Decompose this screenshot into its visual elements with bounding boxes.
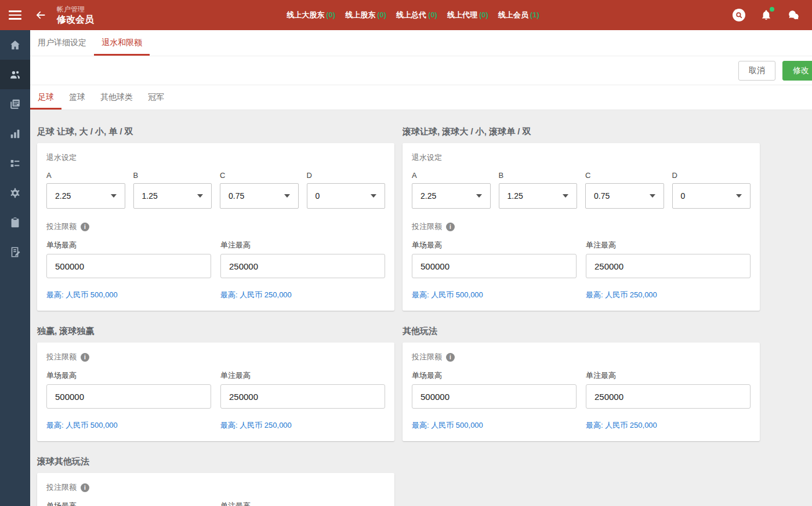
max-per-match-field: 单场最高 最高: 人民币 500,000 xyxy=(46,370,211,431)
bar-chart-icon xyxy=(9,128,21,140)
account-level-nav: 线上大股东(0) 线上股东(0) 线上总代(0) 线上代理(0) 线上会员(1) xyxy=(94,10,732,20)
max-per-bet-input[interactable] xyxy=(586,384,751,409)
section-title: 足球 让球, 大 / 小, 单 / 双 xyxy=(37,126,394,137)
sidebar xyxy=(0,30,30,506)
title-block: 帐户管理 修改会员 xyxy=(57,5,94,26)
sidebar-item-accounts[interactable] xyxy=(0,60,30,89)
nav-online-agent[interactable]: 线上代理(0) xyxy=(447,10,488,20)
tab-user-details[interactable]: 用户详细设定 xyxy=(30,30,94,56)
workspace: 用户详细设定 退水和限额 取消 修改 足球 篮球 其他球类 冠军 足球 让球, … xyxy=(30,30,812,506)
nav-online-master-agent[interactable]: 线上总代(0) xyxy=(396,10,437,20)
info-icon[interactable]: i xyxy=(81,483,89,492)
count-badge: (0) xyxy=(479,10,488,19)
ballot-icon xyxy=(9,157,21,170)
sidebar-item-contracts[interactable] xyxy=(0,237,30,267)
rebate-c-select[interactable]: 0.75 xyxy=(220,183,299,209)
sidebar-item-lists[interactable] xyxy=(0,148,30,178)
app-window: 帐户管理 修改会员 线上大股东(0) 线上股东(0) 线上总代(0) 线上代理(… xyxy=(0,0,812,506)
max-per-match-input[interactable] xyxy=(46,384,211,409)
tab-rebate-limits[interactable]: 退水和限额 xyxy=(94,30,150,56)
nav-online-member[interactable]: 线上会员(1) xyxy=(498,10,539,20)
bet-limit-label: 投注限额 xyxy=(412,221,442,232)
rebate-d-select[interactable]: 0 xyxy=(307,183,386,209)
right-column: 滚球让球, 滚球大 / 小, 滚球单 / 双 退水设定 A 2.25 B xyxy=(403,126,760,441)
info-icon[interactable]: i xyxy=(446,223,455,231)
chevron-down-icon xyxy=(111,194,117,198)
max-per-match-input[interactable] xyxy=(46,254,211,278)
rebate-field-a: A 2.25 xyxy=(412,171,491,209)
users-icon xyxy=(9,68,21,81)
sidebar-item-settings[interactable] xyxy=(0,178,30,208)
rebate-b-select[interactable]: 1.25 xyxy=(499,183,578,209)
chevron-down-icon xyxy=(736,194,742,198)
cancel-button[interactable]: 取消 xyxy=(738,61,775,81)
header-actions xyxy=(732,8,800,22)
tab-champion[interactable]: 冠军 xyxy=(140,85,172,110)
section-title: 滚球让球, 滚球大 / 小, 滚球单 / 双 xyxy=(403,126,760,137)
section-title: 其他玩法 xyxy=(403,326,760,337)
rebate-b-select[interactable]: 1.25 xyxy=(133,183,212,209)
info-icon[interactable]: i xyxy=(81,223,89,231)
main-tabs: 用户详细设定 退水和限额 xyxy=(30,30,812,56)
limit-note: 最高: 人民币 250,000 xyxy=(220,290,385,300)
chat-icon xyxy=(787,9,800,21)
sidebar-item-reports[interactable] xyxy=(0,89,30,119)
messages-button[interactable] xyxy=(786,8,800,22)
max-per-bet-input[interactable] xyxy=(220,254,385,278)
limit-note: 最高: 人民币 500,000 xyxy=(412,290,577,300)
rebate-c-select[interactable]: 0.75 xyxy=(585,183,664,209)
rebate-d-select[interactable]: 0 xyxy=(672,183,751,209)
clipboard-icon xyxy=(9,216,21,229)
bet-limit-label: 投注限额 xyxy=(412,352,442,362)
chevron-down-icon xyxy=(650,194,655,198)
card-moneyline: 投注限额 i 单场最高 最高: 人民币 500,000 单注 xyxy=(37,343,394,441)
gear-icon xyxy=(9,187,21,199)
sidebar-item-statistics[interactable] xyxy=(0,119,30,148)
search-icon xyxy=(733,9,745,21)
content-area: 足球 让球, 大 / 小, 单 / 双 退水设定 A 2.25 B 1 xyxy=(30,110,812,506)
max-per-bet-field: 单注最高 最高: 人民币 250,000 xyxy=(220,501,385,506)
max-per-bet-input[interactable] xyxy=(586,254,751,278)
rebate-field-d: D 0 xyxy=(672,171,751,209)
tab-football[interactable]: 足球 xyxy=(30,85,61,110)
info-icon[interactable]: i xyxy=(81,353,89,362)
tab-basketball[interactable]: 篮球 xyxy=(61,85,93,110)
menu-button[interactable] xyxy=(0,0,30,30)
max-per-match-field: 单场最高 最高: 人民币 500,000 xyxy=(46,240,211,300)
search-button[interactable] xyxy=(732,8,746,22)
info-icon[interactable]: i xyxy=(446,353,455,362)
max-per-match-input[interactable] xyxy=(412,384,577,409)
card-live-handicap: 退水设定 A 2.25 B 1.25 xyxy=(403,143,760,311)
back-button[interactable] xyxy=(30,0,51,30)
nav-online-shareholder[interactable]: 线上股东(0) xyxy=(345,10,386,20)
max-per-bet-input[interactable] xyxy=(220,384,385,409)
max-per-bet-field: 单注最高 最高: 人民币 250,000 xyxy=(220,240,385,300)
rebate-a-select[interactable]: 2.25 xyxy=(412,183,491,209)
count-badge: (0) xyxy=(428,10,437,19)
section-title: 滚球其他玩法 xyxy=(37,456,394,467)
section-title: 独赢, 滚球独赢 xyxy=(37,326,394,337)
card-football-handicap: 退水设定 A 2.25 B 1.25 xyxy=(37,143,394,311)
sidebar-item-tasks[interactable] xyxy=(0,208,30,237)
nav-online-super-shareholder[interactable]: 线上大股东(0) xyxy=(287,10,335,20)
bet-limit-label: 投注限额 xyxy=(46,221,77,232)
count-badge: (0) xyxy=(377,10,386,19)
rebate-setting-label: 退水设定 xyxy=(46,152,385,163)
max-per-bet-field: 单注最高 最高: 人民币 250,000 xyxy=(586,370,751,431)
tab-other-sports[interactable]: 其他球类 xyxy=(93,85,140,110)
card-live-other: 投注限额 i 单场最高 最高: 人民币 500,000 单注 xyxy=(37,473,394,506)
max-per-match-field: 单场最高 最高: 人民币 500,000 xyxy=(46,501,211,506)
sidebar-item-home[interactable] xyxy=(0,30,30,60)
contract-icon xyxy=(9,246,21,259)
arrow-left-icon xyxy=(34,9,47,21)
max-per-match-input[interactable] xyxy=(412,254,577,278)
limit-note: 最高: 人民币 500,000 xyxy=(46,290,211,300)
limit-note: 最高: 人民币 500,000 xyxy=(46,420,211,431)
rebate-field-b: B 1.25 xyxy=(133,171,212,209)
rebate-field-b: B 1.25 xyxy=(499,171,578,209)
submit-button[interactable]: 修改 xyxy=(782,61,812,81)
rebate-a-select[interactable]: 2.25 xyxy=(46,183,125,209)
max-per-match-field: 单场最高 最高: 人民币 500,000 xyxy=(412,370,577,431)
notification-dot xyxy=(770,7,774,12)
notifications-button[interactable] xyxy=(759,8,773,22)
